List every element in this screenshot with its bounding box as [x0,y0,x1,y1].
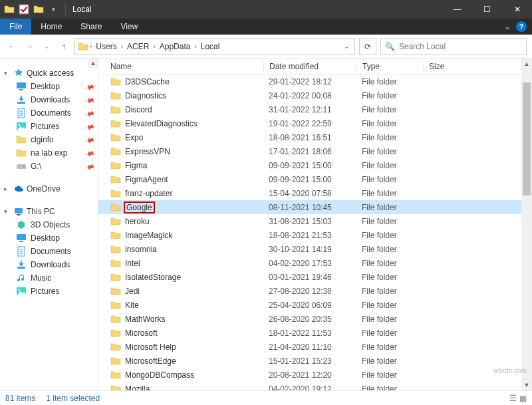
quick-access-item[interactable]: Documents📌 [0,106,98,120]
file-row[interactable]: Expo18-08-2021 16:51File folder [98,130,532,144]
checkbox-icon[interactable] [19,4,29,15]
file-date: 08-11-2021 10:45 [263,203,356,212]
back-button[interactable]: ← [5,40,19,53]
quick-access-item[interactable]: Pictures📌 [0,120,98,133]
file-row[interactable]: Microsoft18-01-2022 11:53File folder [98,326,532,340]
column-name[interactable]: Name [110,62,263,71]
file-date: 09-09-2021 15:00 [263,175,356,184]
file-row[interactable]: franz-updater15-04-2020 07:58File folder [98,186,532,200]
file-row[interactable]: Figma09-09-2021 15:00File folder [98,158,532,172]
file-row[interactable]: insomnia30-10-2021 14:19File folder [98,242,532,256]
details-view-icon[interactable]: ☰ [509,394,517,403]
file-row[interactable]: ElevatedDiagnostics19-01-2022 22:59File … [98,116,532,130]
crumb-3[interactable]: Local [198,42,223,51]
this-pc-header[interactable]: ▾ This PC [0,205,98,218]
search-box[interactable]: 🔍 [380,38,527,55]
file-name: Diagnostics [125,91,166,100]
file-type: File folder [356,245,423,254]
column-type[interactable]: Type [356,62,423,71]
chevron-right-icon[interactable]: › [152,43,156,50]
maximize-button[interactable]: ☐ [472,0,502,19]
file-row[interactable]: Discord31-01-2022 12:11File folder [98,102,532,116]
pin-icon: 📌 [84,161,95,172]
file-row[interactable]: Mozilla04-02-2020 19:12File folder [98,382,532,390]
this-pc-item[interactable]: Documents [0,245,98,258]
this-pc-item[interactable]: Downloads [0,258,98,271]
chevron-down-icon[interactable]: ▾ [4,70,11,76]
file-name: franz-updater [125,189,172,198]
file-type: File folder [356,147,423,156]
file-row[interactable]: Kite25-04-2020 06:09File folder [98,298,532,312]
file-row[interactable]: Diagnostics24-01-2022 00:08File folder [98,88,532,102]
column-date[interactable]: Date modified [263,62,356,71]
folder-icon [110,314,121,325]
vertical-scrollbar[interactable]: ▲ ▼ [521,59,532,390]
file-row[interactable]: Microsoft Help21-04-2020 11:10File folde… [98,340,532,354]
file-row[interactable]: ExpressVPN17-01-2021 18:06File folder [98,144,532,158]
file-row[interactable]: MathWorks26-08-2020 20:35File folder [98,312,532,326]
chevron-down-icon[interactable]: ▾ [4,208,11,215]
file-row[interactable]: Google08-11-2021 10:45File folder [98,200,532,214]
tab-share[interactable]: Share [71,19,111,35]
tab-view[interactable]: View [111,19,147,35]
ribbon-expand-icon[interactable]: ⌄ [504,22,511,31]
file-row[interactable]: FigmaAgent09-09-2021 15:00File folder [98,172,532,186]
quick-access-item[interactable]: Downloads📌 [0,93,98,106]
file-row[interactable]: heroku31-08-2021 15:03File folder [98,214,532,228]
quick-access-header[interactable]: ▾ Quick access [0,67,98,80]
scroll-down-icon[interactable]: ▼ [521,380,532,390]
watermark: wsxdn.com [493,367,527,374]
file-row[interactable]: ImageMagick18-08-2021 21:53File folder [98,228,532,242]
this-pc-item[interactable]: 3D Objects [0,218,98,231]
crumb-2[interactable]: AppData [157,42,194,51]
file-row[interactable]: MicrosoftEdge15-01-2021 15:23File folder [98,354,532,368]
file-row[interactable]: Jedi27-08-2020 12:38File folder [98,284,532,298]
chevron-right-icon[interactable]: ▸ [4,186,11,192]
folder-icon [16,134,27,145]
quick-access-item[interactable]: Desktop📌 [0,80,98,93]
file-tab[interactable]: File [0,19,31,35]
file-date: 27-08-2020 12:38 [263,287,356,296]
minimize-button[interactable]: — [442,0,472,19]
scrollbar-thumb[interactable] [523,82,531,196]
this-pc-item[interactable]: Desktop [0,231,98,245]
onedrive-header[interactable]: ▸ OneDrive [0,182,98,196]
refresh-button[interactable]: ⟳ [359,38,376,55]
quick-access-item[interactable]: clginfo📌 [0,133,98,146]
quick-access-item[interactable]: G:\📌 [0,160,98,173]
crumb-1[interactable]: ACER [124,42,152,51]
qatoolbar-dropdown-icon[interactable]: ▾ [48,4,59,15]
column-size[interactable]: Size [423,62,476,71]
folder-icon [110,202,121,213]
nav-item-label: Desktop [31,82,60,91]
address-bar[interactable]: › Users › ACER › AppData › Local ⌄ [74,38,355,55]
forward-button[interactable]: → [23,40,36,53]
folder-icon [4,4,15,15]
up-button[interactable]: ↑ [57,40,70,53]
scroll-up-icon[interactable]: ▲ [88,59,98,68]
file-date: 21-04-2020 11:10 [263,342,356,352]
chevron-right-icon[interactable]: › [88,43,93,50]
file-row[interactable]: MongoDBCompass20-08-2021 12:20File folde… [98,368,532,382]
folder-icon [110,272,121,283]
close-button[interactable]: ✕ [502,0,532,19]
tab-home[interactable]: Home [31,19,71,35]
file-row[interactable]: IsolatedStorage03-01-2021 19:46File fold… [98,270,532,284]
search-input[interactable] [399,42,522,51]
thumbnails-view-icon[interactable]: ▦ [519,394,527,403]
this-pc-item[interactable]: Pictures [0,285,98,298]
file-row[interactable]: D3DSCache29-01-2022 18:12File folder [98,74,532,88]
chevron-right-icon[interactable]: › [193,43,198,50]
file-type: File folder [356,189,423,198]
help-button[interactable]: ? [516,21,527,32]
recent-dropdown-icon[interactable]: ⌄ [40,40,53,53]
quick-access-item[interactable]: na lab exp📌 [0,146,98,160]
folder-icon [110,342,121,352]
chevron-right-icon[interactable]: › [120,43,124,50]
scroll-up-icon[interactable]: ▲ [521,59,532,69]
address-dropdown-icon[interactable]: ⌄ [344,43,349,50]
file-row[interactable]: Intel04-02-2020 17:53File folder [98,256,532,270]
crumb-0[interactable]: Users [93,42,119,51]
file-date: 31-01-2022 12:11 [263,105,356,114]
this-pc-item[interactable]: Music [0,271,98,285]
